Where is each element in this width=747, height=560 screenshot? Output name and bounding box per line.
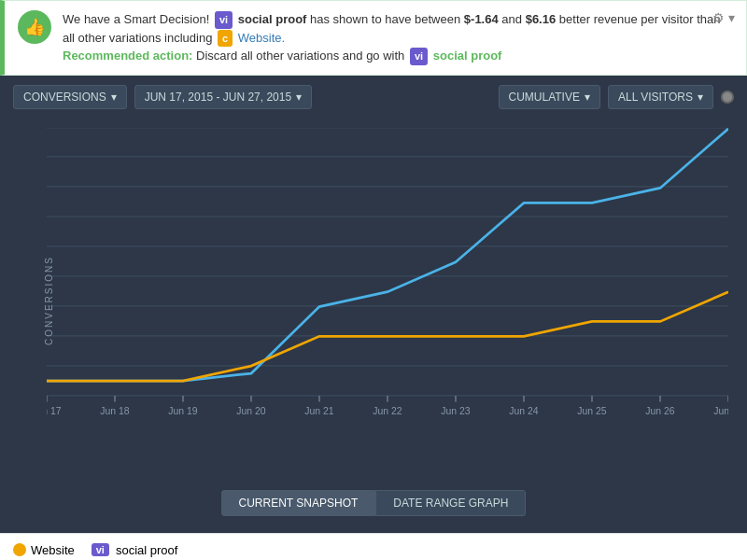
and-text: and	[501, 12, 522, 26]
range-low: $-1.64	[464, 12, 499, 26]
conversions-chevron: ▾	[111, 91, 117, 104]
svg-text:Jun 22: Jun 22	[373, 404, 402, 415]
all-visitors-chevron: ▾	[698, 91, 703, 104]
svg-text:Jun 18: Jun 18	[100, 404, 129, 415]
all-visitors-dropdown[interactable]: ALL VISITORS ▾	[608, 85, 713, 109]
gear-button[interactable]: ⚙ ▾	[712, 10, 735, 25]
recommended-variation: social proof	[433, 49, 502, 63]
legend: Website vi social proof	[0, 533, 747, 561]
graph-area: CONVERSIONS 0 2 4 6 8 10 12 14 16 18	[0, 119, 747, 483]
chart-toolbar: CONVERSIONS ▾ JUN 17, 2015 - JUN 27, 201…	[0, 76, 747, 119]
intro-text: We have a Smart Decision!	[63, 12, 209, 26]
date-range-label: JUN 17, 2015 - JUN 27, 2015	[145, 91, 291, 104]
svg-text:Jun 19: Jun 19	[168, 404, 197, 415]
variation-name-1: social proof	[238, 12, 307, 26]
legend-website: Website	[13, 543, 75, 557]
chart-svg: 0 2 4 6 8 10 12 14 16 18 Jun 17 Jun 18	[47, 128, 728, 427]
svg-text:Jun 17: Jun 17	[47, 404, 62, 415]
vi-badge-2: vi	[410, 48, 428, 65]
current-snapshot-tab[interactable]: CURRENT SNAPSHOT	[221, 490, 376, 516]
svg-text:Jun 23: Jun 23	[441, 404, 470, 415]
svg-text:Jun 20: Jun 20	[236, 404, 265, 415]
date-range-dropdown[interactable]: JUN 17, 2015 - JUN 27, 2015 ▾	[134, 85, 312, 109]
notification-text: We have a Smart Decision! vi social proo…	[63, 10, 733, 65]
date-range-graph-tab[interactable]: DATE RANGE GRAPH	[375, 490, 526, 516]
social-proof-legend-label: social proof	[116, 543, 177, 557]
svg-text:Jun 24: Jun 24	[509, 404, 538, 415]
revenue-text: has shown to have between	[310, 12, 460, 26]
vi-badge-legend: vi	[92, 543, 109, 556]
notification-bar: 👍 We have a Smart Decision! vi social pr…	[0, 0, 747, 76]
website-color-dot	[13, 543, 26, 556]
vi-badge-1: vi	[215, 11, 233, 29]
conversions-dropdown[interactable]: CONVERSIONS ▾	[13, 85, 127, 109]
svg-text:Jun 26: Jun 26	[645, 404, 674, 415]
date-chevron: ▾	[296, 91, 302, 104]
c-badge: c	[218, 30, 233, 48]
website-legend-label: Website	[31, 543, 75, 557]
svg-text:Jun 27: Jun 27	[713, 404, 728, 415]
status-indicator	[721, 91, 734, 104]
thumbs-up-icon: 👍	[18, 10, 51, 44]
recommended-text: Discard all other variations and go with	[196, 49, 404, 63]
bottom-tabs: CURRENT SNAPSHOT DATE RANGE GRAPH	[0, 483, 747, 524]
svg-text:Jun 21: Jun 21	[304, 404, 333, 415]
chart-container: CONVERSIONS ▾ JUN 17, 2015 - JUN 27, 201…	[0, 76, 747, 533]
legend-social-proof: vi social proof	[90, 543, 178, 557]
cumulative-label: CUMULATIVE	[509, 91, 580, 104]
y-axis-label: CONVERSIONS	[44, 256, 54, 345]
cumulative-chevron: ▾	[585, 91, 590, 104]
range-high: $6.16	[526, 12, 557, 26]
svg-text:Jun 25: Jun 25	[577, 404, 606, 415]
cumulative-dropdown[interactable]: CUMULATIVE ▾	[499, 85, 600, 109]
blue-line	[47, 128, 728, 380]
website-link[interactable]: Website.	[238, 31, 285, 45]
recommended-label: Recommended action:	[63, 49, 192, 63]
all-visitors-label: ALL VISITORS	[618, 91, 693, 104]
conversions-label: CONVERSIONS	[23, 91, 106, 104]
